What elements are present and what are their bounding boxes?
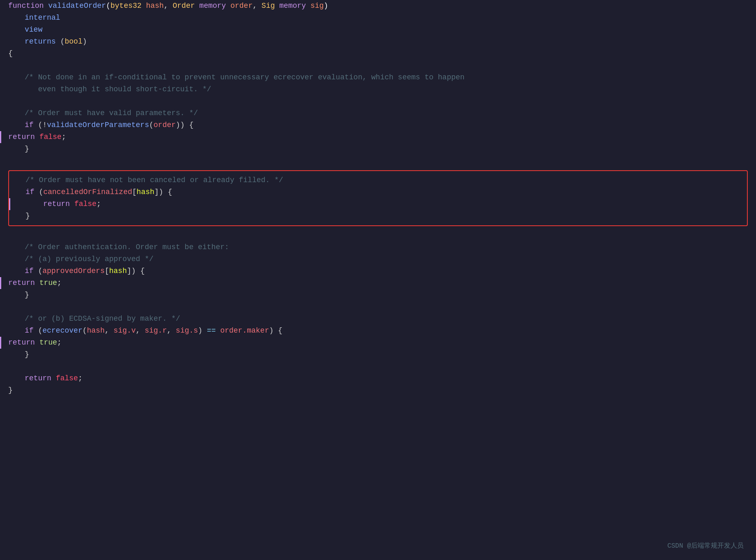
line-return-false-final: return false ; — [0, 373, 756, 384]
var-order-maker: order.maker — [220, 325, 269, 337]
line-return-false-1: return false ; — [0, 131, 756, 143]
arg-sig-v: sig.v — [114, 325, 136, 337]
keyword-if-3: if — [25, 265, 34, 277]
comment-text-5: /* Order authentication. Order must be e… — [25, 241, 229, 253]
keyword-if-2: if — [26, 186, 35, 198]
line-comment-6: /* (a) previously approved */ — [0, 253, 756, 265]
param-sig: sig — [311, 0, 324, 12]
line-brace-close-1: } — [0, 143, 756, 155]
line-brace-close-2: } — [9, 210, 747, 222]
line-if-approved: if ( approvedOrders [ hash ]) { — [0, 265, 756, 277]
var-hash-2: hash — [109, 265, 127, 277]
param-type-3: Sig — [262, 0, 275, 12]
keyword-if-4: if — [25, 325, 34, 337]
keyword-memory-2: memory — [279, 0, 306, 12]
line-comment-2: even though it should short-circuit. */ — [0, 83, 756, 95]
var-approved: approvedOrders — [42, 265, 104, 277]
keyword-return-4: return — [8, 337, 35, 349]
keyword-memory-1: memory — [199, 0, 226, 12]
arg-sig-s: sig.s — [176, 325, 198, 337]
comment-text-2: even though it should short-circuit. */ — [25, 83, 211, 95]
func-validateOrderParams: validateOrderParameters — [47, 119, 149, 131]
line-blank-6 — [0, 361, 756, 373]
line-brace-open: { — [0, 48, 756, 60]
code-editor: function validateOrder ( bytes32 hash , … — [0, 0, 756, 560]
var-cancelled: cancelledOrFinalized — [43, 186, 132, 198]
var-hash-1: hash — [137, 186, 154, 198]
line-if-ecrecover: if ( ecrecover ( hash , sig.v , sig.r , … — [0, 325, 756, 337]
line-comment-1: /* Not done in an if-conditional to prev… — [0, 72, 756, 83]
comment-text-4: /* Order must have not been canceled or … — [26, 174, 283, 186]
keyword-if-1: if — [25, 119, 34, 131]
line-brace-close-final: } — [0, 384, 756, 396]
value-false-2: false — [74, 198, 97, 210]
keyword-return-3: return — [8, 277, 35, 289]
line-return-true-1: return true ; — [0, 277, 756, 289]
keyword-return-1: return — [8, 131, 35, 143]
keyword-return-final: return — [25, 373, 51, 384]
line-brace-close-4: } — [0, 349, 756, 361]
param-type-2: Order — [173, 0, 195, 12]
line-blank-5 — [0, 301, 756, 313]
line-returns: returns ( bool ) — [0, 36, 756, 48]
line-return-true-2: return true ; — [0, 337, 756, 349]
line-function-sig: function validateOrder ( bytes32 hash , … — [0, 0, 756, 12]
comment-text-3: /* Order must have valid parameters. */ — [25, 107, 198, 119]
line-if-validate: if (! validateOrderParameters ( order ))… — [0, 119, 756, 131]
func-ecrecover: ecrecover — [42, 325, 82, 337]
function-name: validateOrder — [48, 0, 106, 12]
watermark: CSDN @后端常规开发人员 — [667, 541, 744, 552]
var-order-1: order — [153, 119, 176, 131]
value-true-1: true — [39, 277, 57, 289]
line-internal: internal — [0, 12, 756, 24]
modifier-internal: internal — [25, 12, 60, 24]
keyword-returns: returns — [25, 36, 56, 48]
comment-text-7: /* or (b) ECDSA-signed by maker. */ — [25, 313, 180, 325]
comment-text-1: /* Not done in an if-conditional to prev… — [25, 72, 464, 83]
param-type-1: bytes32 — [110, 0, 141, 12]
line-return-false-2: return false ; — [9, 198, 747, 210]
keyword-return-2: return — [43, 198, 70, 210]
modifier-view: view — [25, 24, 42, 36]
arg-hash: hash — [87, 325, 104, 337]
value-true-2: true — [39, 337, 57, 349]
value-false-1: false — [39, 131, 62, 143]
line-comment-4: /* Order must have not been canceled or … — [9, 174, 747, 186]
line-blank-3 — [0, 155, 756, 167]
line-blank-1 — [0, 60, 756, 72]
red-highlight-block: /* Order must have not been canceled or … — [8, 170, 748, 226]
line-comment-7: /* or (b) ECDSA-signed by maker. */ — [0, 313, 756, 325]
line-comment-3: /* Order must have valid parameters. */ — [0, 107, 756, 119]
line-brace-close-3: } — [0, 289, 756, 301]
line-if-cancelled: if ( cancelledOrFinalized [ hash ]) { — [9, 186, 747, 198]
line-blank-4 — [0, 229, 756, 241]
param-hash: hash — [146, 0, 164, 12]
arg-sig-r: sig.r — [145, 325, 167, 337]
keyword-function: function — [8, 0, 44, 12]
param-order: order — [230, 0, 253, 12]
line-comment-5: /* Order authentication. Order must be e… — [0, 241, 756, 253]
operator-eq: == — [207, 325, 216, 337]
return-type: bool — [65, 36, 82, 48]
line-blank-2 — [0, 95, 756, 107]
line-view: view — [0, 24, 756, 36]
comment-text-6: /* (a) previously approved */ — [25, 253, 153, 265]
value-false-final: false — [56, 373, 78, 384]
